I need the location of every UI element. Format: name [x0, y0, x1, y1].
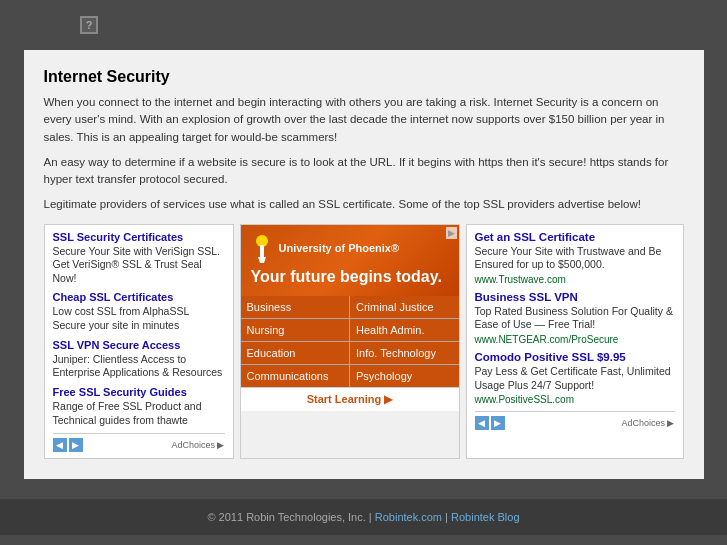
ad-right-url-2[interactable]: www.NETGEAR.com/ProSecure: [475, 334, 675, 345]
ad-left-adchoices[interactable]: AdChoices ▶: [171, 440, 224, 450]
uop-tagline: Your future begins today.: [251, 267, 449, 286]
ad-right-desc-1: Secure Your Site with Trustwave and Be E…: [475, 245, 675, 272]
ad-left-link-2[interactable]: Cheap SSL Certificates: [53, 291, 225, 303]
uop-header: University of Phoenix® Your future begin…: [241, 225, 459, 296]
ad-right-bottom-bar: ◀ ▶ AdChoices ▶: [475, 411, 675, 430]
uop-cell-education[interactable]: Education: [241, 342, 350, 364]
ad-middle-indicator: ▶: [446, 227, 457, 239]
ad-right-link-2[interactable]: Business SSL VPN: [475, 291, 675, 303]
ad-right-desc-3: Pay Less & Get Certificate Fast, Unlimit…: [475, 365, 675, 392]
uop-cell-health-admin[interactable]: Health Admin.: [350, 319, 459, 341]
uop-cta-button[interactable]: Start Learning ▶: [241, 387, 459, 411]
ad-right-adchoices[interactable]: AdChoices ▶: [621, 418, 674, 428]
uop-cell-info-technology[interactable]: Info. Technology: [350, 342, 459, 364]
ad-left-prev-button[interactable]: ◀: [53, 438, 67, 452]
ad-left-link-1[interactable]: SSL Security Certificates: [53, 231, 225, 243]
uop-cell-criminal-justice[interactable]: Criminal Justice: [350, 296, 459, 318]
ad-right-next-button[interactable]: ▶: [491, 416, 505, 430]
uop-torch-icon: [251, 235, 273, 263]
ad-left-desc-2: Low cost SSL from AlphaSSL Secure your s…: [53, 305, 225, 332]
intro-paragraph-1: When you connect to the internet and beg…: [44, 94, 684, 146]
ad-right-url-3[interactable]: www.PositiveSSL.com: [475, 394, 675, 405]
ad-left-nav-arrows: ◀ ▶: [53, 438, 83, 452]
ad-left-next-button[interactable]: ▶: [69, 438, 83, 452]
ads-section: SSL Security Certificates Secure Your Si…: [44, 224, 684, 460]
ad-left-desc-3: Juniper: Clientless Access to Enterprise…: [53, 353, 225, 380]
ad-left-desc-1: Secure Your Site with VeriSign SSL. Get …: [53, 245, 225, 286]
main-content: Internet Security When you connect to th…: [24, 50, 704, 479]
ad-left-bottom-bar: ◀ ▶ AdChoices ▶: [53, 433, 225, 452]
ad-right-desc-2: Top Rated Business Solution For Quality …: [475, 305, 675, 332]
ad-middle: ▶ University of Phoenix® Your future beg…: [240, 224, 460, 460]
uop-cell-business[interactable]: Business: [241, 296, 350, 318]
uop-cell-psychology[interactable]: Psychology: [350, 365, 459, 387]
uop-name: University of Phoenix®: [279, 242, 400, 255]
uop-cell-nursing[interactable]: Nursing: [241, 319, 350, 341]
ad-left-link-4[interactable]: Free SSL Security Guides: [53, 386, 225, 398]
ad-left-link-3[interactable]: SSL VPN Secure Access: [53, 339, 225, 351]
footer: © 2011 Robin Technologies, Inc. | Robint…: [0, 499, 727, 535]
intro-paragraph-2: An easy way to determine if a website is…: [44, 154, 684, 189]
ad-right: Get an SSL Certificate Secure Your Site …: [466, 224, 684, 460]
ad-right-nav-arrows: ◀ ▶: [475, 416, 505, 430]
uop-cell-communications[interactable]: Communications: [241, 365, 350, 387]
ad-right-link-3[interactable]: Comodo Positive SSL $9.95: [475, 351, 675, 363]
ad-left: SSL Security Certificates Secure Your Si…: [44, 224, 234, 460]
ad-right-url-1[interactable]: www.Trustwave.com: [475, 274, 675, 285]
uop-grid: Business Criminal Justice Nursing Health…: [241, 296, 459, 387]
svg-marker-2: [258, 257, 266, 263]
ad-left-desc-4: Range of Free SSL Product and Technical …: [53, 400, 225, 427]
page-title: Internet Security: [44, 68, 684, 86]
question-icon: ?: [80, 16, 98, 34]
footer-link-blog[interactable]: Robintek Blog: [451, 511, 520, 523]
ad-right-prev-button[interactable]: ◀: [475, 416, 489, 430]
ad-right-link-1[interactable]: Get an SSL Certificate: [475, 231, 675, 243]
svg-rect-1: [260, 245, 264, 259]
footer-link-robintek[interactable]: Robintek.com: [375, 511, 442, 523]
uop-logo-area: University of Phoenix®: [251, 235, 449, 263]
footer-copyright: © 2011 Robin Technologies, Inc. |: [207, 511, 371, 523]
gray-spacer: [0, 479, 727, 499]
intro-paragraph-3: Legitimate providers of services use wha…: [44, 196, 684, 213]
top-bar: ?: [0, 0, 727, 50]
